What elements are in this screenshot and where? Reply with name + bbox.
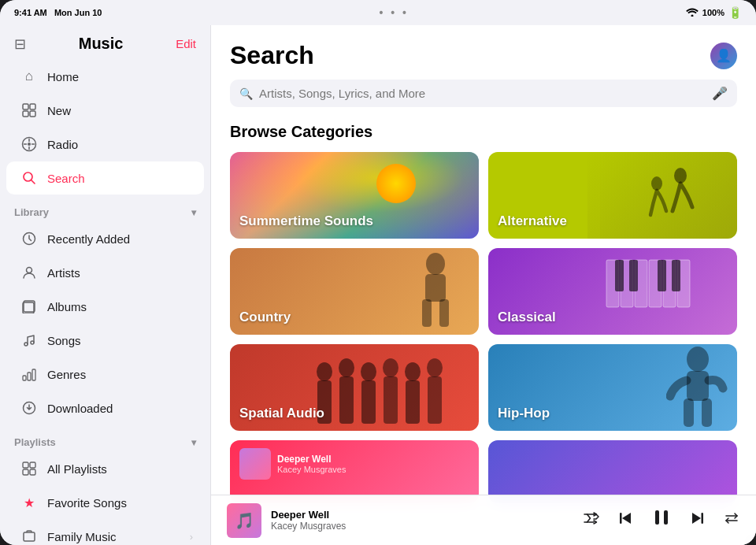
category-card-classical[interactable]: Classical (488, 248, 737, 335)
browse-categories-title: Browse Categories (230, 123, 737, 141)
sidebar-item-recently-added[interactable]: Recently Added (6, 222, 204, 255)
pause-button[interactable] (650, 506, 673, 534)
status-time: 9:41 AM Mon Jun 10 (14, 8, 102, 17)
sidebar-item-favorite-songs[interactable]: ★ Favorite Songs (6, 486, 204, 519)
sidebar-item-family-music[interactable]: Family Music › (6, 520, 204, 545)
svg-rect-56 (664, 510, 668, 525)
track-artist: Kacey Musgraves (271, 521, 573, 532)
svg-point-11 (24, 343, 28, 346)
sidebar-item-artists[interactable]: Artists (6, 256, 204, 289)
library-section-label: Library (14, 206, 49, 218)
search-input[interactable] (259, 87, 706, 100)
category-label-hip-hop: Hip-Hop (498, 406, 550, 421)
svg-rect-3 (30, 111, 35, 117)
playlists-section-label: Playlists (14, 436, 56, 448)
status-center-dots: • • • (379, 6, 408, 19)
svg-rect-18 (30, 462, 35, 468)
downloaded-icon (20, 399, 38, 417)
status-right: 100% 🔋 (686, 6, 742, 19)
mini-now-playing: Deeper Well Kacey Musgraves (239, 448, 346, 480)
battery-display: 100% (702, 8, 724, 17)
sidebar-toggle-icon[interactable]: ⊟ (14, 35, 26, 53)
svg-rect-49 (428, 376, 442, 424)
all-playlists-icon (20, 460, 38, 477)
user-avatar[interactable]: 👤 (710, 43, 737, 69)
track-info: Deeper Well Kacey Musgraves (271, 509, 573, 532)
hiphop-silhouette (666, 345, 729, 430)
category-card-country[interactable]: Country (230, 248, 479, 335)
svg-point-5 (28, 143, 31, 146)
playlist-items: All Playlists ★ Favorite Songs Family Mu… (0, 451, 210, 545)
previous-button[interactable] (616, 509, 635, 532)
svg-point-46 (405, 362, 421, 381)
songs-icon (20, 332, 38, 349)
playlists-chevron-icon[interactable]: ▾ (191, 437, 196, 448)
favorite-songs-label: Favorite Songs (47, 496, 127, 510)
nav-items: ⌂ Home New (0, 59, 210, 195)
search-bar-container[interactable]: 🔍 🎤 (230, 80, 737, 107)
date-display: Mon Jun 10 (54, 8, 102, 17)
edit-button[interactable]: Edit (176, 37, 196, 50)
radio-icon (20, 135, 38, 153)
songs-label: Songs (47, 334, 81, 347)
category-card-summertime-sounds[interactable]: Summertime Sounds (230, 152, 479, 239)
svg-rect-36 (658, 260, 666, 291)
svg-point-44 (383, 358, 398, 377)
svg-rect-57 (702, 513, 704, 524)
library-chevron-icon[interactable]: ▾ (191, 207, 196, 218)
sidebar-item-downloaded[interactable]: Downloaded (6, 391, 204, 425)
new-icon (20, 102, 38, 119)
next-button[interactable] (688, 509, 707, 532)
mini-track-info: Deeper Well Kacey Musgraves (277, 454, 346, 474)
category-card-partial-left[interactable]: Deeper Well Kacey Musgraves (230, 440, 479, 503)
svg-point-50 (687, 347, 709, 372)
microphone-icon[interactable]: 🎤 (712, 86, 728, 101)
recently-added-label: Recently Added (47, 232, 130, 246)
sun-decoration (376, 164, 416, 203)
family-music-chevron-icon: › (190, 531, 193, 543)
svg-point-8 (27, 268, 32, 273)
svg-rect-13 (23, 376, 26, 380)
library-items: Recently Added Artists (0, 221, 210, 425)
shuffle-icon (583, 510, 600, 527)
classical-decoration (563, 248, 737, 335)
dancer-silhouette (633, 160, 704, 231)
content-header: Search 👤 (230, 41, 737, 70)
track-name: Deeper Well (271, 509, 573, 521)
sidebar-item-search[interactable]: Search (6, 161, 204, 195)
category-card-spatial-audio[interactable]: Spatial Audio (230, 344, 479, 431)
genres-icon (20, 365, 38, 383)
svg-rect-55 (655, 510, 659, 525)
svg-rect-19 (23, 469, 28, 475)
category-label-spatial-audio: Spatial Audio (239, 406, 324, 421)
sidebar-item-new[interactable]: New (6, 94, 204, 127)
sidebar-item-songs[interactable]: Songs (6, 324, 204, 357)
time-display: 9:41 AM (14, 8, 47, 17)
page-title: Search (230, 41, 314, 70)
repeat-button[interactable] (723, 510, 740, 532)
radio-label: Radio (47, 138, 78, 151)
home-icon: ⌂ (20, 68, 38, 85)
genres-label: Genres (47, 368, 86, 381)
sidebar-item-genres[interactable]: Genres (6, 358, 204, 391)
svg-rect-53 (702, 399, 712, 427)
shuffle-button[interactable] (583, 510, 600, 532)
svg-rect-14 (28, 373, 31, 380)
main-layout: ⊟ Music Edit ⌂ Home (0, 25, 756, 545)
sidebar-item-radio[interactable]: Radio (6, 128, 204, 161)
library-section-header: Library ▾ (0, 195, 210, 221)
all-playlists-label: All Playlists (47, 462, 107, 476)
category-card-hip-hop[interactable]: Hip-Hop (488, 344, 737, 431)
sidebar-item-all-playlists[interactable]: All Playlists (6, 452, 204, 485)
mini-track-thumb (239, 448, 271, 480)
repeat-icon (723, 510, 740, 527)
category-card-partial-right[interactable] (488, 440, 737, 503)
mini-track-artist: Kacey Musgraves (277, 465, 346, 474)
svg-rect-1 (30, 104, 35, 109)
sidebar-item-albums[interactable]: Albums (6, 290, 204, 323)
pause-icon (650, 506, 673, 528)
ipad-frame: 9:41 AM Mon Jun 10 • • • 100% 🔋 ⊟ Mus (0, 0, 756, 545)
category-card-alternative[interactable]: Alternative (488, 152, 737, 239)
content-area: Search 👤 🔍 🎤 Browse Categories Summertim… (211, 25, 756, 545)
sidebar-item-home[interactable]: ⌂ Home (6, 60, 204, 93)
